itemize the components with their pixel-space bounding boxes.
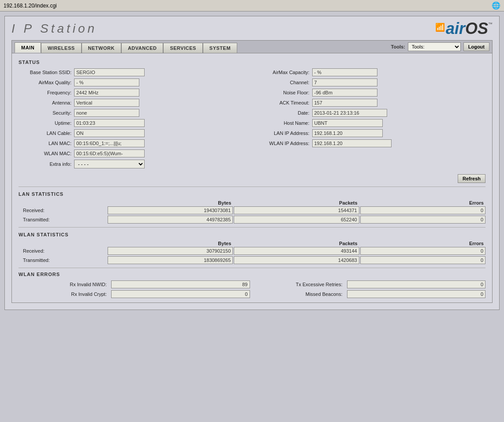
refresh-button[interactable]: Refresh: [458, 174, 485, 183]
address-bar: 192.168.1.20/index.cgi 🌐: [0, 0, 504, 11]
lan-received-packets: 1544371: [234, 206, 359, 214]
airmax-quality-input[interactable]: [74, 78, 139, 86]
lan-transmitted-errors: 0: [360, 216, 485, 224]
channel-row: Channel:: [257, 78, 486, 86]
page-title: I P Station: [11, 22, 97, 36]
tools-select[interactable]: Tools:: [408, 42, 461, 51]
wlan-errors-header: Errors: [360, 241, 485, 246]
airmax-capacity-input[interactable]: [312, 68, 377, 76]
wlan-mac-row: WLAN MAC:: [19, 149, 248, 157]
lan-received-errors: 0: [360, 206, 485, 214]
lan-transmitted-bytes: 449782385: [108, 216, 233, 224]
wlan-ip-label: WLAN IP Address:: [257, 141, 310, 146]
extra-info-label: Extra info:: [19, 161, 71, 167]
wlan-statistics-title: WLAN STATISTICS: [19, 232, 485, 237]
wlan-transmitted-bytes: 1830869265: [108, 256, 233, 264]
lan-stats-header: Bytes Packets Errors: [19, 200, 485, 205]
tab-main[interactable]: MAIN: [15, 42, 41, 53]
uptime-label: Uptime:: [19, 120, 71, 126]
security-input[interactable]: [74, 109, 139, 117]
tab-network[interactable]: NETWORK: [82, 43, 121, 53]
lan-ip-input[interactable]: [312, 129, 383, 137]
wlan-errors-section: WLAN ERRORS Rx Invalid NWID: 89 Tx Exces…: [19, 272, 485, 298]
frequency-row: Frequency:: [19, 89, 248, 97]
date-row: Date:: [257, 109, 486, 117]
antenna-label: Antenna:: [19, 100, 71, 105]
lan-ip-row: LAN IP Address:: [257, 129, 486, 137]
wlan-packets-header: Packets: [234, 241, 359, 246]
page-header: I P Station 📶 airOS ™: [11, 21, 493, 37]
base-station-ssid-row: Base Station SSID:: [19, 68, 248, 76]
wlan-mac-input[interactable]: [74, 149, 145, 157]
airmax-capacity-row: AirMax Capacity:: [257, 68, 486, 76]
tab-advanced[interactable]: ADVANCED: [121, 43, 164, 53]
status-section: STATUS Base Station SSID: AirMax Quality…: [19, 60, 485, 183]
tools-label: Tools:: [391, 44, 405, 49]
missed-beacons-value: 0: [347, 290, 486, 298]
wlan-errors-title: WLAN ERRORS: [19, 272, 485, 277]
wlan-transmitted-packets: 1420683: [234, 256, 359, 264]
lan-cable-input[interactable]: [74, 129, 145, 137]
date-input[interactable]: [312, 109, 387, 117]
antenna-input[interactable]: [74, 99, 139, 107]
missed-beacons-label: Missed Beacons:: [254, 291, 343, 297]
rx-invalid-crypt-label: Rx Invalid Crypt:: [19, 291, 107, 297]
status-title: STATUS: [19, 60, 485, 65]
noise-floor-input[interactable]: [312, 89, 377, 97]
base-station-ssid-input[interactable]: [74, 68, 145, 76]
wlan-transmitted-errors: 0: [360, 256, 485, 264]
wlan-ip-input[interactable]: [312, 139, 392, 147]
lan-transmitted-row: Transmitted: 449782385 652240 0: [19, 216, 485, 224]
host-name-input[interactable]: [312, 119, 383, 127]
rx-invalid-nwid-value: 89: [111, 280, 250, 288]
channel-input[interactable]: [312, 78, 377, 86]
rx-invalid-nwid-label: Rx Invalid NWID:: [19, 282, 107, 287]
wlan-transmitted-row: Transmitted: 1830869265 1420683 0: [19, 256, 485, 264]
lan-received-bytes: 1943073081: [108, 206, 233, 214]
url-display: 192.168.1.20/index.cgi: [4, 3, 57, 9]
status-left-col: Base Station SSID: AirMax Quality: Frequ…: [19, 68, 248, 171]
tx-excessive-retries-value: 0: [347, 280, 486, 288]
lan-transmitted-label: Transmitted:: [19, 217, 107, 222]
lan-cable-label: LAN Cable:: [19, 131, 71, 136]
frequency-input[interactable]: [74, 89, 139, 97]
date-label: Date:: [257, 110, 310, 116]
tab-bar: MAIN WIRELESS NETWORK ADVANCED SERVICES …: [11, 40, 493, 53]
tab-services[interactable]: SERVICES: [163, 43, 202, 53]
refresh-row: Refresh: [19, 174, 485, 183]
content-area: STATUS Base Station SSID: AirMax Quality…: [11, 53, 493, 303]
lan-received-row: Received: 1943073081 1544371 0: [19, 206, 485, 214]
wlan-errors-grid: Rx Invalid NWID: 89 Tx Excessive Retries…: [19, 280, 485, 298]
host-name-label: Host Name:: [257, 120, 310, 126]
noise-floor-row: Noise Floor:: [257, 89, 486, 97]
extra-info-select[interactable]: - - - -: [74, 160, 145, 168]
security-label: Security:: [19, 110, 71, 116]
lan-bytes-header: Bytes: [108, 200, 233, 205]
lan-mac-label: LAN MAC:: [19, 141, 71, 146]
airos-logo: 📶 airOS ™: [435, 21, 493, 37]
wlan-transmitted-label: Transmitted:: [19, 258, 107, 263]
wlan-received-row: Received: 307902150 493144 0: [19, 247, 485, 255]
tab-wireless[interactable]: WIRELESS: [41, 43, 81, 53]
lan-statistics-title: LAN STATISTICS: [19, 191, 485, 197]
wlan-received-packets: 493144: [234, 247, 359, 255]
tab-system[interactable]: SYSTEM: [203, 43, 237, 53]
ack-timeout-input[interactable]: [312, 99, 377, 107]
wlan-received-errors: 0: [360, 247, 485, 255]
channel-label: Channel:: [257, 80, 310, 85]
lan-transmitted-packets: 652240: [234, 216, 359, 224]
status-form: Base Station SSID: AirMax Quality: Frequ…: [19, 68, 485, 171]
lan-statistics-section: LAN STATISTICS Bytes Packets Errors Rece…: [19, 191, 485, 224]
browser-icon: 🌐: [492, 1, 500, 10]
rx-invalid-crypt-value: 0: [111, 290, 250, 298]
wlan-stats-header: Bytes Packets Errors: [19, 241, 485, 246]
airmax-quality-row: AirMax Quality:: [19, 78, 248, 86]
lan-mac-input[interactable]: [74, 139, 145, 147]
noise-floor-label: Noise Floor:: [257, 90, 310, 95]
tools-area: Tools: Tools: Logout: [391, 42, 489, 53]
logout-button[interactable]: Logout: [463, 42, 489, 51]
base-station-ssid-label: Base Station SSID:: [19, 70, 71, 75]
lan-packets-header: Packets: [234, 200, 359, 205]
uptime-input[interactable]: [74, 119, 145, 127]
status-right-col: AirMax Capacity: Channel: Noise Floor:: [257, 68, 486, 171]
